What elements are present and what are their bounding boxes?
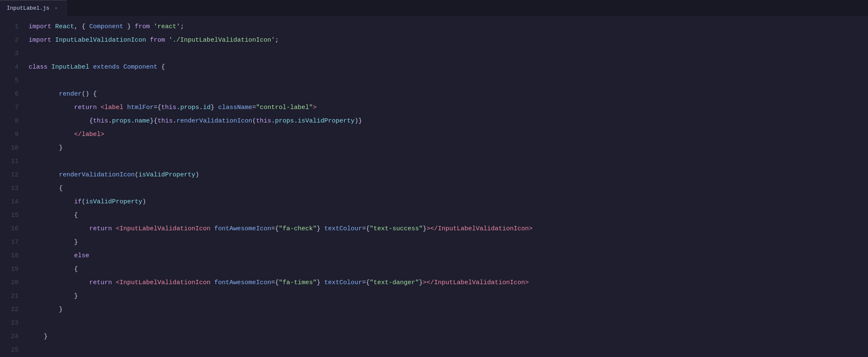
token-text-white: } bbox=[317, 279, 324, 286]
token-text-white: { bbox=[29, 212, 78, 219]
token-this-kw: this bbox=[161, 104, 176, 111]
token-fn-name: renderValidationIcon bbox=[59, 171, 135, 178]
token-text-white: } bbox=[29, 333, 48, 340]
token-kw-import: import bbox=[29, 37, 55, 44]
line-number: 13 bbox=[0, 182, 19, 195]
token-this-kw: this bbox=[157, 117, 173, 125]
token-prop: props bbox=[275, 117, 294, 125]
token-text-white: . bbox=[199, 104, 203, 111]
line-number: 9 bbox=[0, 128, 19, 141]
token-str: "text-danger" bbox=[370, 279, 419, 286]
token-jsx-tag: InputLabelValidationIcon bbox=[434, 279, 525, 286]
line-number: 24 bbox=[0, 330, 19, 344]
token-jsx-tag: ></ bbox=[426, 225, 438, 232]
token-jsx-tag: > bbox=[525, 279, 529, 286]
token-text-white bbox=[146, 37, 150, 44]
token-jsx-tag: <label bbox=[101, 104, 123, 111]
line-number: 3 bbox=[0, 47, 19, 61]
line-number: 14 bbox=[0, 195, 19, 209]
code-line: { bbox=[25, 209, 868, 222]
line-number: 15 bbox=[0, 209, 19, 222]
token-text-white: ={ bbox=[362, 279, 370, 286]
code-line: } bbox=[25, 141, 868, 155]
token-str: './InputLabelValidationIcon' bbox=[169, 37, 275, 44]
code-line: { bbox=[25, 182, 868, 195]
code-line: { bbox=[25, 263, 868, 276]
code-line: return <InputLabelValidationIcon fontAwe… bbox=[25, 276, 868, 290]
token-text-white: } bbox=[29, 293, 78, 300]
token-fn-name: render bbox=[59, 91, 82, 98]
line-number: 12 bbox=[0, 168, 19, 182]
line-number: 16 bbox=[0, 222, 19, 236]
token-prop: isValidProperty bbox=[298, 117, 354, 125]
token-text-white: ={ bbox=[271, 225, 279, 232]
token-kw-extends: extends bbox=[93, 64, 123, 71]
token-text-white bbox=[123, 104, 127, 111]
token-jsx-tag: </label bbox=[74, 131, 101, 138]
code-line: else bbox=[25, 249, 868, 263]
token-jsx-tag: <InputLabelValidationIcon bbox=[116, 225, 210, 232]
token-component: Component bbox=[89, 23, 123, 30]
code-line bbox=[25, 47, 868, 61]
token-kw-class: class bbox=[29, 64, 51, 71]
code-line bbox=[25, 155, 868, 168]
token-attr-name: textColour bbox=[324, 225, 362, 232]
code-line bbox=[25, 317, 868, 330]
line-number: 1 bbox=[0, 20, 19, 34]
line-number: 25 bbox=[0, 344, 19, 357]
line-number: 4 bbox=[0, 61, 19, 74]
token-prop: props bbox=[112, 117, 131, 125]
editor-tab[interactable]: InputLabel.js × bbox=[0, 0, 67, 16]
token-attr-name: className bbox=[218, 104, 252, 111]
token-kw-return: return bbox=[74, 104, 101, 111]
token-class-name: React bbox=[55, 23, 74, 30]
code-line: } bbox=[25, 303, 868, 317]
code-content[interactable]: import React, { Component } from 'react'… bbox=[25, 16, 868, 357]
token-prop: isValidProperty bbox=[138, 171, 195, 178]
token-str: "fa-times" bbox=[279, 279, 317, 286]
code-line: import InputLabelValidationIcon from './… bbox=[25, 34, 868, 47]
token-text-white: } bbox=[29, 144, 63, 152]
token-jsx-tag: <InputLabelValidationIcon bbox=[116, 279, 210, 286]
tab-close-button[interactable]: × bbox=[53, 5, 59, 12]
token-text-white: ={ bbox=[362, 225, 370, 232]
line-number: 10 bbox=[0, 141, 19, 155]
token-text-white: } bbox=[317, 225, 324, 232]
token-kw-from: from bbox=[150, 37, 165, 44]
token-attr-name: htmlFor bbox=[127, 104, 154, 111]
token-text-white bbox=[210, 279, 214, 286]
code-line: if(isValidProperty) bbox=[25, 195, 868, 209]
tab-filename: InputLabel.js bbox=[7, 5, 49, 11]
token-text-white: ( bbox=[135, 171, 138, 178]
token-text-white bbox=[29, 91, 59, 98]
token-text-white: } bbox=[419, 279, 423, 286]
token-text-white: }{ bbox=[150, 117, 157, 125]
token-text-white: ; bbox=[275, 37, 279, 44]
token-attr-name: fontAwesomeIcon bbox=[214, 225, 271, 232]
token-text-white: { bbox=[29, 117, 93, 125]
code-line: } bbox=[25, 290, 868, 303]
line-number: 7 bbox=[0, 101, 19, 115]
token-text-white: } bbox=[29, 306, 63, 313]
token-class-name: InputLabelValidationIcon bbox=[55, 37, 146, 44]
token-str: "fa-check" bbox=[279, 225, 317, 232]
code-line: </label> bbox=[25, 128, 868, 141]
token-attr-name: textColour bbox=[324, 279, 362, 286]
line-number: 8 bbox=[0, 115, 19, 128]
code-line: render() { bbox=[25, 88, 868, 101]
token-str: "control-label" bbox=[256, 104, 313, 111]
token-kw-return: return bbox=[89, 279, 116, 286]
token-prop: name bbox=[135, 117, 150, 125]
token-str: 'react' bbox=[154, 23, 180, 30]
token-text-white: ( bbox=[252, 117, 256, 125]
token-text-white: . bbox=[173, 117, 176, 125]
token-text-white: . bbox=[176, 104, 180, 111]
token-kw-if: if bbox=[74, 198, 82, 205]
line-number: 22 bbox=[0, 303, 19, 317]
code-area: 1234567891011121314151617181920212223242… bbox=[0, 16, 868, 357]
line-number: 2 bbox=[0, 34, 19, 47]
token-text-white: { bbox=[157, 64, 165, 71]
token-jsx-tag: > bbox=[101, 131, 104, 138]
editor-container: InputLabel.js × 123456789101112131415161… bbox=[0, 0, 868, 357]
token-class-name: InputLabel bbox=[51, 64, 93, 71]
